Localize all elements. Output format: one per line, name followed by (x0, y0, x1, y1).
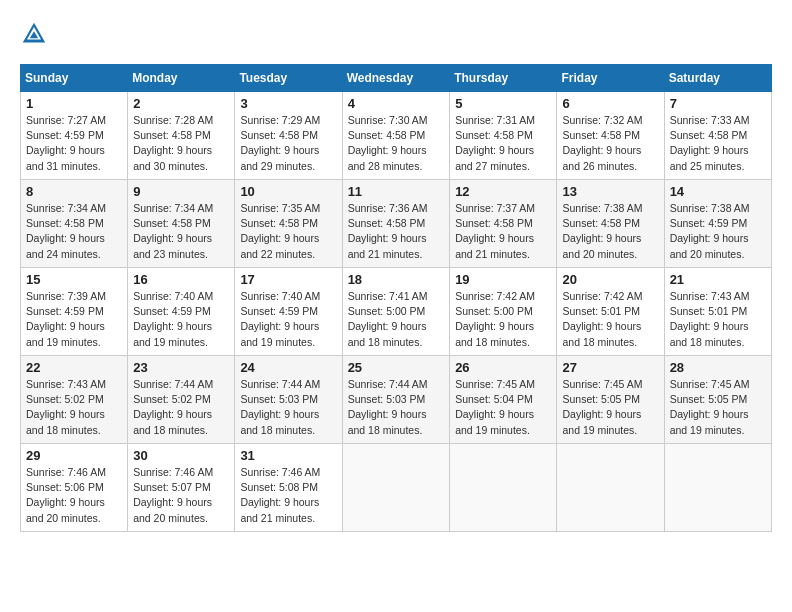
day-number: 2 (133, 96, 229, 111)
day-info: Sunrise: 7:42 AM Sunset: 5:01 PM Dayligh… (562, 289, 658, 350)
logo-icon (20, 20, 48, 48)
day-number: 3 (240, 96, 336, 111)
calendar-day-cell: 24 Sunrise: 7:44 AM Sunset: 5:03 PM Dayl… (235, 356, 342, 444)
calendar-day-cell: 7 Sunrise: 7:33 AM Sunset: 4:58 PM Dayli… (664, 92, 771, 180)
day-info: Sunrise: 7:38 AM Sunset: 4:59 PM Dayligh… (670, 201, 766, 262)
day-number: 25 (348, 360, 445, 375)
day-number: 11 (348, 184, 445, 199)
day-info: Sunrise: 7:32 AM Sunset: 4:58 PM Dayligh… (562, 113, 658, 174)
calendar-day-cell: 10 Sunrise: 7:35 AM Sunset: 4:58 PM Dayl… (235, 180, 342, 268)
calendar-week-row: 15 Sunrise: 7:39 AM Sunset: 4:59 PM Dayl… (21, 268, 772, 356)
calendar-day-cell (557, 444, 664, 532)
calendar-day-cell: 8 Sunrise: 7:34 AM Sunset: 4:58 PM Dayli… (21, 180, 128, 268)
weekday-header: Saturday (664, 65, 771, 92)
day-number: 9 (133, 184, 229, 199)
day-number: 6 (562, 96, 658, 111)
calendar-day-cell (342, 444, 450, 532)
calendar-day-cell: 2 Sunrise: 7:28 AM Sunset: 4:58 PM Dayli… (128, 92, 235, 180)
day-number: 31 (240, 448, 336, 463)
calendar-day-cell: 18 Sunrise: 7:41 AM Sunset: 5:00 PM Dayl… (342, 268, 450, 356)
day-number: 23 (133, 360, 229, 375)
calendar-day-cell (450, 444, 557, 532)
calendar-day-cell: 29 Sunrise: 7:46 AM Sunset: 5:06 PM Dayl… (21, 444, 128, 532)
day-number: 15 (26, 272, 122, 287)
calendar-day-cell: 31 Sunrise: 7:46 AM Sunset: 5:08 PM Dayl… (235, 444, 342, 532)
weekday-header: Monday (128, 65, 235, 92)
day-info: Sunrise: 7:41 AM Sunset: 5:00 PM Dayligh… (348, 289, 445, 350)
calendar-day-cell: 17 Sunrise: 7:40 AM Sunset: 4:59 PM Dayl… (235, 268, 342, 356)
day-info: Sunrise: 7:30 AM Sunset: 4:58 PM Dayligh… (348, 113, 445, 174)
calendar-day-cell: 16 Sunrise: 7:40 AM Sunset: 4:59 PM Dayl… (128, 268, 235, 356)
day-number: 8 (26, 184, 122, 199)
calendar-day-cell: 4 Sunrise: 7:30 AM Sunset: 4:58 PM Dayli… (342, 92, 450, 180)
day-info: Sunrise: 7:28 AM Sunset: 4:58 PM Dayligh… (133, 113, 229, 174)
day-info: Sunrise: 7:46 AM Sunset: 5:08 PM Dayligh… (240, 465, 336, 526)
day-info: Sunrise: 7:46 AM Sunset: 5:06 PM Dayligh… (26, 465, 122, 526)
day-number: 19 (455, 272, 551, 287)
calendar-day-cell: 28 Sunrise: 7:45 AM Sunset: 5:05 PM Dayl… (664, 356, 771, 444)
day-info: Sunrise: 7:33 AM Sunset: 4:58 PM Dayligh… (670, 113, 766, 174)
day-number: 7 (670, 96, 766, 111)
calendar-day-cell: 20 Sunrise: 7:42 AM Sunset: 5:01 PM Dayl… (557, 268, 664, 356)
day-info: Sunrise: 7:29 AM Sunset: 4:58 PM Dayligh… (240, 113, 336, 174)
calendar-day-cell: 1 Sunrise: 7:27 AM Sunset: 4:59 PM Dayli… (21, 92, 128, 180)
day-info: Sunrise: 7:42 AM Sunset: 5:00 PM Dayligh… (455, 289, 551, 350)
page-header (20, 20, 772, 48)
day-info: Sunrise: 7:44 AM Sunset: 5:03 PM Dayligh… (240, 377, 336, 438)
calendar-week-row: 1 Sunrise: 7:27 AM Sunset: 4:59 PM Dayli… (21, 92, 772, 180)
calendar-week-row: 22 Sunrise: 7:43 AM Sunset: 5:02 PM Dayl… (21, 356, 772, 444)
calendar-day-cell: 3 Sunrise: 7:29 AM Sunset: 4:58 PM Dayli… (235, 92, 342, 180)
day-number: 5 (455, 96, 551, 111)
day-info: Sunrise: 7:36 AM Sunset: 4:58 PM Dayligh… (348, 201, 445, 262)
day-info: Sunrise: 7:34 AM Sunset: 4:58 PM Dayligh… (133, 201, 229, 262)
calendar-day-cell: 19 Sunrise: 7:42 AM Sunset: 5:00 PM Dayl… (450, 268, 557, 356)
day-number: 24 (240, 360, 336, 375)
calendar-day-cell: 23 Sunrise: 7:44 AM Sunset: 5:02 PM Dayl… (128, 356, 235, 444)
day-number: 17 (240, 272, 336, 287)
calendar-week-row: 8 Sunrise: 7:34 AM Sunset: 4:58 PM Dayli… (21, 180, 772, 268)
day-number: 1 (26, 96, 122, 111)
weekday-header: Tuesday (235, 65, 342, 92)
calendar-day-cell (664, 444, 771, 532)
calendar-day-cell: 9 Sunrise: 7:34 AM Sunset: 4:58 PM Dayli… (128, 180, 235, 268)
day-number: 4 (348, 96, 445, 111)
calendar-day-cell: 26 Sunrise: 7:45 AM Sunset: 5:04 PM Dayl… (450, 356, 557, 444)
calendar-week-row: 29 Sunrise: 7:46 AM Sunset: 5:06 PM Dayl… (21, 444, 772, 532)
day-info: Sunrise: 7:37 AM Sunset: 4:58 PM Dayligh… (455, 201, 551, 262)
day-info: Sunrise: 7:31 AM Sunset: 4:58 PM Dayligh… (455, 113, 551, 174)
calendar-day-cell: 27 Sunrise: 7:45 AM Sunset: 5:05 PM Dayl… (557, 356, 664, 444)
day-info: Sunrise: 7:44 AM Sunset: 5:03 PM Dayligh… (348, 377, 445, 438)
calendar-day-cell: 25 Sunrise: 7:44 AM Sunset: 5:03 PM Dayl… (342, 356, 450, 444)
weekday-header: Sunday (21, 65, 128, 92)
day-info: Sunrise: 7:46 AM Sunset: 5:07 PM Dayligh… (133, 465, 229, 526)
day-number: 27 (562, 360, 658, 375)
calendar-header-row: SundayMondayTuesdayWednesdayThursdayFrid… (21, 65, 772, 92)
day-info: Sunrise: 7:38 AM Sunset: 4:58 PM Dayligh… (562, 201, 658, 262)
day-number: 22 (26, 360, 122, 375)
weekday-header: Thursday (450, 65, 557, 92)
day-number: 12 (455, 184, 551, 199)
day-number: 26 (455, 360, 551, 375)
day-info: Sunrise: 7:40 AM Sunset: 4:59 PM Dayligh… (240, 289, 336, 350)
day-info: Sunrise: 7:27 AM Sunset: 4:59 PM Dayligh… (26, 113, 122, 174)
calendar-day-cell: 11 Sunrise: 7:36 AM Sunset: 4:58 PM Dayl… (342, 180, 450, 268)
weekday-header: Friday (557, 65, 664, 92)
day-number: 16 (133, 272, 229, 287)
day-info: Sunrise: 7:40 AM Sunset: 4:59 PM Dayligh… (133, 289, 229, 350)
day-number: 28 (670, 360, 766, 375)
day-info: Sunrise: 7:45 AM Sunset: 5:04 PM Dayligh… (455, 377, 551, 438)
day-info: Sunrise: 7:39 AM Sunset: 4:59 PM Dayligh… (26, 289, 122, 350)
calendar-table: SundayMondayTuesdayWednesdayThursdayFrid… (20, 64, 772, 532)
calendar-day-cell: 30 Sunrise: 7:46 AM Sunset: 5:07 PM Dayl… (128, 444, 235, 532)
calendar-day-cell: 21 Sunrise: 7:43 AM Sunset: 5:01 PM Dayl… (664, 268, 771, 356)
weekday-header: Wednesday (342, 65, 450, 92)
calendar-day-cell: 5 Sunrise: 7:31 AM Sunset: 4:58 PM Dayli… (450, 92, 557, 180)
calendar-day-cell: 6 Sunrise: 7:32 AM Sunset: 4:58 PM Dayli… (557, 92, 664, 180)
calendar-day-cell: 22 Sunrise: 7:43 AM Sunset: 5:02 PM Dayl… (21, 356, 128, 444)
calendar-day-cell: 13 Sunrise: 7:38 AM Sunset: 4:58 PM Dayl… (557, 180, 664, 268)
calendar-day-cell: 15 Sunrise: 7:39 AM Sunset: 4:59 PM Dayl… (21, 268, 128, 356)
day-info: Sunrise: 7:45 AM Sunset: 5:05 PM Dayligh… (670, 377, 766, 438)
day-number: 18 (348, 272, 445, 287)
day-info: Sunrise: 7:43 AM Sunset: 5:01 PM Dayligh… (670, 289, 766, 350)
calendar-day-cell: 14 Sunrise: 7:38 AM Sunset: 4:59 PM Dayl… (664, 180, 771, 268)
